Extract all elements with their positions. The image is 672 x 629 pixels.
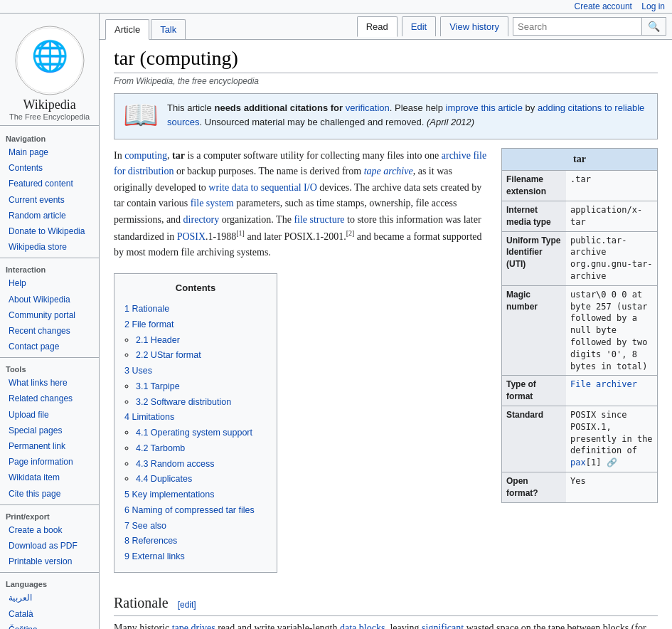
tab-talk[interactable]: Talk [151,19,186,39]
toc-link-4-1[interactable]: 4.1 Operating system support [136,428,252,438]
logo-area: 🌐 Wikipedia The Free Encyclopedia [0,19,99,126]
sidebar-item-cite-this-page[interactable]: Cite this page [0,486,99,502]
notice-verification-link[interactable]: verification [346,102,390,113]
interaction-section-title: Interaction [0,264,99,275]
sidebar-item-related-changes[interactable]: Related changes [0,391,99,406]
toc-link-3[interactable]: 3 Uses [124,366,152,376]
link-directory[interactable]: directory [183,214,220,225]
link-significant[interactable]: significant [422,623,464,629]
toc-title: Contents [124,281,267,296]
sidebar-item-main-page[interactable]: Main page [0,144,99,160]
log-in-link[interactable]: Log in [641,1,665,11]
toc-link-3-2[interactable]: 3.2 Software distribution [136,397,231,407]
link-file-system[interactable]: file system [191,198,234,208]
languages-section-title: Languages [0,578,99,590]
link-archive-file[interactable]: archive file for distribution [114,150,486,176]
toc-link-4[interactable]: 4 Limitations [124,412,174,422]
tab-edit[interactable]: Edit [402,16,436,36]
link-computing[interactable]: computing [124,150,167,161]
sidebar-item-download-pdf[interactable]: Download as PDF [0,538,99,554]
infobox-pax-link[interactable]: pax [570,458,586,467]
sidebar-item-permanent-link[interactable]: Permanent link [0,438,99,454]
sidebar-item-create-book[interactable]: Create a book [0,522,99,538]
sidebar-item-random-article[interactable]: Random article [0,208,99,223]
sidebar-item-donate[interactable]: Donate to Wikipedia [0,223,99,239]
tab-read[interactable]: Read [357,16,398,37]
sidebar-item-printable-version[interactable]: Printable version [0,554,99,569]
sidebar-item-featured-content[interactable]: Featured content [0,176,99,191]
sidebar-item-contact[interactable]: Contact page [0,339,99,354]
notice-improve-link[interactable]: improve this article [446,102,523,113]
search-input[interactable] [513,18,641,35]
tools-section-title: Tools [0,364,99,375]
sidebar-item-cestina[interactable]: Čeština [0,622,99,629]
sidebar-item-upload-file[interactable]: Upload file [0,407,99,423]
link-tape-drives[interactable]: tape drives [172,623,215,629]
infobox-label-type: Type of format [502,376,566,406]
search-box: 🔍 [513,17,666,36]
infobox-row-open: Open format? Yes [502,472,657,502]
sidebar-item-page-information[interactable]: Page information [0,454,99,470]
toc-link-3-1[interactable]: 3.1 Tarpipe [136,381,180,391]
infobox-value-standard: POSIX since POSIX.1, presently in the de… [566,406,657,472]
toc-item-8: 8 References [124,534,267,548]
toc-item-1: 1 Rationale [124,302,267,316]
sidebar-item-store[interactable]: Wikipedia store [0,239,99,255]
sidebar-item-special-pages[interactable]: Special pages [0,423,99,438]
create-account-link[interactable]: Create account [575,1,632,11]
toc-sub-3: 3.1 Tarpipe 3.2 Software distribution [124,379,267,409]
sidebar-item-current-events[interactable]: Current events [0,192,99,208]
article-title: tar (computing) [114,47,658,73]
toc-link-2-2[interactable]: 2.2 UStar format [136,350,201,360]
nav-section-title: Navigation [0,133,99,144]
toc-item-4: 4 Limitations 4.1 Operating system suppo… [124,410,267,486]
infobox-value-media-type: application/x-tar [566,201,657,231]
link-write-data[interactable]: write data to sequential [208,182,301,193]
sidebar-item-what-links-here[interactable]: What links here [0,375,99,391]
toc-item-4-1: 4.1 Operating system support [136,426,267,440]
sidebar-item-contents[interactable]: Contents [0,160,99,176]
infobox-label-filename: Filename extension [502,171,566,201]
infobox-label-standard: Standard [502,406,566,472]
notice-text-4: . Unsourced material may be challenged a… [200,117,425,127]
toc-link-2-1[interactable]: 2.1 Header [136,335,180,345]
toc-list: 1 Rationale 2 File format 2.1 Header 2.2… [124,302,267,564]
sidebar-item-help[interactable]: Help [0,275,99,291]
infobox-label-uti: Uniform Type Identifier (UTI) [502,231,566,285]
toc-item-3: 3 Uses 3.1 Tarpipe 3.2 Software distribu… [124,364,267,408]
toc-link-7[interactable]: 7 See also [124,521,166,531]
sidebar-item-recent-changes[interactable]: Recent changes [0,323,99,339]
link-io[interactable]: I/O [304,182,317,193]
link-data-blocks[interactable]: data blocks [340,623,385,629]
sidebar-languages: Languages العربية Català Čeština Deutsch… [0,576,99,629]
sidebar-item-about[interactable]: About Wikipedia [0,292,99,307]
rationale-edit-link: [edit] [178,600,196,610]
infobox-type-link[interactable]: File archiver [570,379,637,389]
infobox-label-open: Open format? [502,472,566,502]
infobox-value-open: Yes [566,472,657,502]
toc-link-6[interactable]: 6 Naming of compressed tar files [124,505,255,515]
toc-link-8[interactable]: 8 References [124,536,177,546]
infobox-row-uti: Uniform Type Identifier (UTI) public.tar… [502,231,657,285]
tab-article[interactable]: Article [105,19,149,40]
notice-box: 📖 This article needs additional citation… [114,93,658,139]
toc-link-4-4[interactable]: 4.4 Duplicates [136,474,192,484]
link-posix[interactable]: POSIX [177,231,206,242]
sidebar-item-community-portal[interactable]: Community portal [0,307,99,323]
toc-link-4-2[interactable]: 4.2 Tarbomb [136,443,185,453]
toc-link-1[interactable]: 1 Rationale [124,304,169,314]
tab-view-history[interactable]: View history [440,16,508,36]
sidebar-item-arabic[interactable]: العربية [0,590,99,606]
toc-link-5[interactable]: 5 Key implementations [124,490,214,500]
main-layout: 🌐 Wikipedia The Free Encyclopedia Naviga… [0,14,672,629]
sidebar-item-catala[interactable]: Català [0,606,99,622]
rationale-paragraph: Many historic tape drives read and write… [114,620,658,629]
rationale-edit-anchor[interactable]: edit [180,600,193,610]
search-button[interactable]: 🔍 [641,18,666,35]
toc-link-9[interactable]: 9 External links [124,551,185,561]
toc-link-4-3[interactable]: 4.3 Random access [136,459,214,469]
toc-link-2[interactable]: 2 File format [124,319,174,329]
link-file-structure[interactable]: file structure [294,214,344,225]
sidebar-item-wikidata-item[interactable]: Wikidata item [0,470,99,485]
link-tape-archive[interactable]: tape archive [364,166,413,176]
